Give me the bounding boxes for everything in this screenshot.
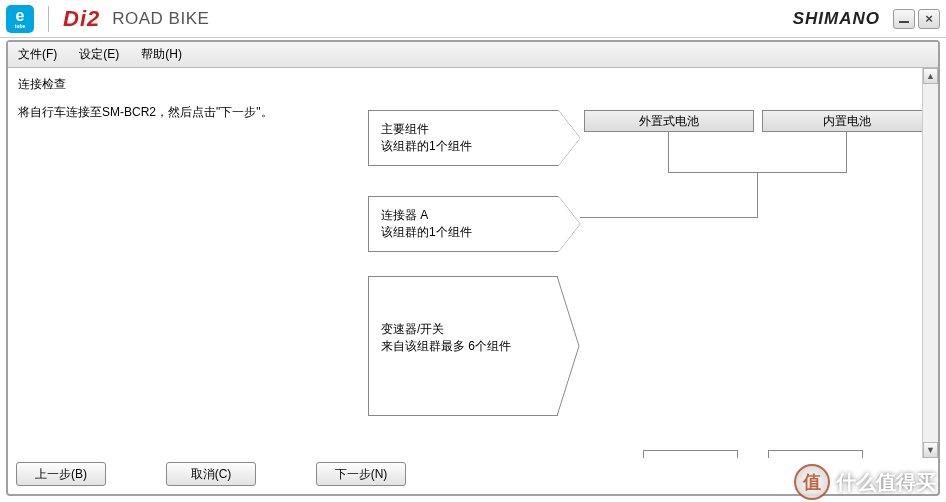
connector-line	[580, 217, 758, 218]
scroll-down-icon[interactable]: ▼	[923, 442, 938, 458]
connector-line	[757, 172, 758, 217]
step-title: 连接检查	[18, 76, 358, 93]
close-button[interactable]: ×	[918, 9, 940, 29]
prev-button[interactable]: 上一步(B)	[16, 462, 106, 486]
group-connector-a: 连接器 A 该组群的1个组件	[368, 196, 558, 252]
step-instruction: 将自行车连接至SM-BCR2，然后点击"下一步"。	[18, 103, 358, 122]
group-subtitle: 该组群的1个组件	[381, 224, 546, 241]
watermark-badge-icon: 值	[794, 464, 830, 500]
scroll-up-icon[interactable]: ▲	[923, 68, 938, 84]
diagram-panel: 主要组件 该组群的1个组件 外置式电池 内置电池 连接器 A 该组群的1个组件	[368, 68, 922, 458]
battery-external: 外置式电池	[584, 110, 754, 132]
watermark-text: 什么值得买	[836, 469, 936, 496]
group-subtitle: 来自该组群最多 6个组件	[381, 338, 545, 355]
next-button[interactable]: 下一步(N)	[316, 462, 406, 486]
main-window: 文件(F) 设定(E) 帮助(H) 连接检查 将自行车连接至SM-BCR2，然后…	[6, 40, 940, 496]
partial-box	[768, 450, 863, 458]
menu-help[interactable]: 帮助(H)	[137, 45, 186, 64]
menu-file[interactable]: 文件(F)	[14, 45, 61, 64]
connector-line	[668, 132, 669, 172]
etube-logo-icon: e tube	[6, 5, 34, 33]
left-panel: 连接检查 将自行车连接至SM-BCR2，然后点击"下一步"。	[8, 68, 368, 458]
group-subtitle: 该组群的1个组件	[381, 138, 546, 155]
maker-logo: SHIMANO	[793, 9, 880, 29]
group-title: 连接器 A	[381, 207, 546, 224]
group-title: 变速器/开关	[381, 321, 545, 338]
group-main-components: 主要组件 该组群的1个组件	[368, 110, 558, 166]
vertical-scrollbar[interactable]: ▲ ▼	[922, 68, 938, 458]
partial-box	[643, 450, 738, 458]
cancel-button[interactable]: 取消(C)	[166, 462, 256, 486]
titlebar: e tube Di2 ROAD BIKE SHIMANO ×	[0, 0, 946, 38]
group-title: 主要组件	[381, 121, 546, 138]
brand-logo: Di2	[63, 6, 100, 32]
group-shifters: 变速器/开关 来自该组群最多 6个组件	[368, 276, 558, 416]
connector-line	[846, 132, 847, 172]
watermark: 值 什么值得买	[794, 464, 936, 500]
menu-settings[interactable]: 设定(E)	[75, 45, 123, 64]
battery-internal: 内置电池	[762, 110, 922, 132]
divider	[48, 6, 49, 32]
app-subtitle: ROAD BIKE	[112, 9, 209, 29]
minimize-button[interactable]	[893, 9, 915, 29]
menubar: 文件(F) 设定(E) 帮助(H)	[8, 42, 938, 68]
